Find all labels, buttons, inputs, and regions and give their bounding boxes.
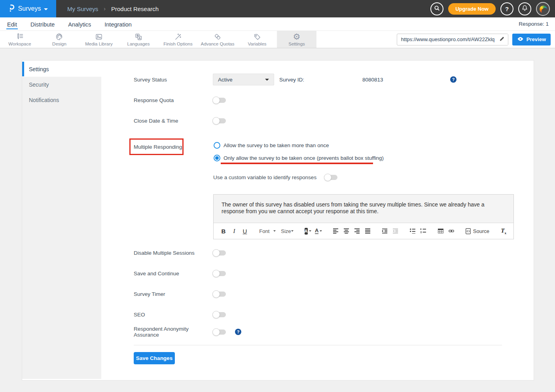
ribbon-right: Preview (397, 31, 555, 48)
custom-variable-row: Use a custom variable to identify respon… (213, 174, 337, 180)
text-color-icon: A (315, 228, 318, 234)
sidebar-item-settings[interactable]: Settings (22, 62, 101, 76)
background-color-button[interactable]: A (305, 228, 311, 235)
radio-unselected-icon[interactable] (214, 142, 220, 149)
align-right-button[interactable] (354, 228, 360, 234)
bg-color-icon: A (305, 228, 308, 235)
tab-distribute[interactable]: Distribute (30, 19, 55, 29)
tag-icon (253, 32, 261, 41)
toolbar-item-workspace[interactable]: Workspace (0, 31, 40, 48)
chevron-down-icon (273, 230, 276, 232)
eye-icon (517, 36, 524, 43)
underline-button[interactable]: U (242, 228, 248, 235)
respondent-anonymity-help-icon[interactable]: ? (235, 329, 241, 335)
toolbar-item-languages[interactable]: Languages (119, 31, 158, 48)
magic-wand-icon (174, 32, 182, 41)
save-and-continue-toggle[interactable] (213, 271, 226, 276)
sidebar-background: Security Notifications (22, 77, 101, 379)
survey-url-field (397, 34, 508, 45)
justify-button[interactable] (365, 228, 371, 234)
brand-menu[interactable]: Surveys (0, 0, 56, 17)
workspace-icon (15, 32, 24, 41)
upgrade-now-button[interactable]: Upgrade Now (448, 3, 496, 15)
close-date-label: Close Date & Time (134, 118, 213, 124)
save-and-continue-row: Save and Continue (134, 269, 226, 278)
toolbar-item-finish-options[interactable]: Finish Options (158, 31, 198, 48)
outdent-button[interactable] (393, 228, 398, 234)
tab-integration[interactable]: Integration (104, 19, 133, 29)
toolbar-item-design[interactable]: Design (40, 31, 79, 48)
text-color-button[interactable]: A (316, 228, 321, 234)
message-editor: The owner of this survey has disabled us… (213, 194, 514, 239)
survey-url-input[interactable] (397, 36, 496, 42)
topbar-actions: Upgrade Now ? (430, 2, 555, 16)
source-button[interactable]: Source (466, 228, 489, 234)
bold-button[interactable]: B (221, 228, 226, 235)
insert-link-button[interactable] (449, 229, 454, 233)
editor-toolbar: B I U Font Size A A (214, 223, 513, 239)
sidebar-item-security[interactable]: Security (22, 77, 101, 92)
survey-status-select[interactable]: Active (213, 74, 274, 85)
response-quota-toggle[interactable] (213, 98, 226, 103)
breadcrumb-my-surveys[interactable]: My Surveys (67, 6, 98, 12)
survey-id-help-icon[interactable]: ? (450, 76, 457, 83)
translate-icon (134, 32, 143, 41)
questionpro-logo-icon (8, 4, 15, 14)
tab-edit[interactable]: Edit (6, 19, 18, 29)
radio-option-once[interactable]: Only allow the survey to be taken once (… (214, 155, 384, 161)
user-avatar[interactable] (536, 2, 550, 16)
breadcrumb: My Surveys › Product Research (67, 6, 159, 12)
disable-multiple-sessions-toggle[interactable] (213, 250, 226, 256)
multiple-responding-label: Multiple Responding (134, 144, 182, 150)
custom-variable-toggle[interactable] (324, 175, 337, 180)
radio-selected-icon[interactable] (214, 155, 220, 161)
chevron-down-icon (44, 8, 48, 10)
edit-url-button[interactable] (496, 34, 508, 45)
italic-button[interactable]: I (231, 228, 237, 235)
font-select[interactable]: Font (259, 228, 276, 234)
size-select[interactable]: Size (281, 228, 293, 234)
toolbar-item-variables[interactable]: Variables (237, 31, 277, 48)
respondent-anonymity-label: Respondent Anonymity Assurance (134, 326, 213, 338)
seo-toggle[interactable] (213, 312, 226, 317)
chevron-down-icon (291, 230, 294, 232)
save-changes-button[interactable]: Save Changes (134, 352, 175, 364)
align-left-button[interactable] (333, 228, 339, 234)
bullet-list-button[interactable] (410, 228, 415, 234)
survey-timer-toggle[interactable] (213, 292, 226, 297)
indent-button[interactable] (382, 228, 388, 234)
settings-panel: Settings Security Notifications Survey S… (22, 60, 534, 381)
help-button[interactable]: ? (500, 2, 513, 15)
save-and-continue-label: Save and Continue (134, 271, 213, 276)
survey-timer-row: Survey Timer (134, 290, 226, 298)
palette-icon (55, 32, 64, 41)
multiple-responding-highlight-box: Multiple Responding (129, 138, 184, 155)
tab-analytics[interactable]: Analytics (67, 19, 92, 29)
numbered-list-button[interactable] (421, 228, 426, 234)
radio-option-multiple[interactable]: Allow the survey to be taken more than o… (214, 142, 329, 149)
toolbar-item-media-library[interactable]: Media Library (79, 31, 119, 48)
insert-table-button[interactable] (438, 228, 443, 234)
respondent-anonymity-toggle[interactable] (213, 330, 226, 335)
survey-id-label: Survey ID: (279, 77, 358, 83)
close-date-toggle[interactable] (213, 118, 226, 123)
align-center-button[interactable] (344, 228, 349, 234)
chain-link-icon (213, 32, 222, 41)
respondent-anonymity-row: Respondent Anonymity Assurance ? (134, 328, 241, 336)
notifications-button[interactable] (518, 2, 531, 15)
pencil-icon (499, 36, 505, 43)
bottom-divider (134, 345, 502, 345)
question-mark-icon: ? (505, 6, 509, 12)
topbar: Surveys My Surveys › Product Research Up… (0, 0, 555, 17)
disable-multiple-sessions-label: Disable Multiple Sessions (134, 250, 213, 256)
toolbar-item-advance-quotas[interactable]: Advance Quotas (198, 31, 237, 48)
remove-format-button[interactable]: Tx (501, 227, 506, 235)
disable-multiple-sessions-row: Disable Multiple Sessions (134, 248, 226, 257)
editor-message-area[interactable]: The owner of this survey has disabled us… (214, 195, 513, 223)
search-button[interactable] (430, 2, 443, 15)
edit-toolbar: Workspace Design Media Library Languages… (0, 31, 555, 48)
preview-button[interactable]: Preview (512, 34, 551, 45)
toolbar-item-settings[interactable]: ⚙ Settings (277, 31, 316, 48)
sidebar-item-notifications[interactable]: Notifications (22, 92, 101, 108)
chevron-down-icon (265, 79, 269, 81)
